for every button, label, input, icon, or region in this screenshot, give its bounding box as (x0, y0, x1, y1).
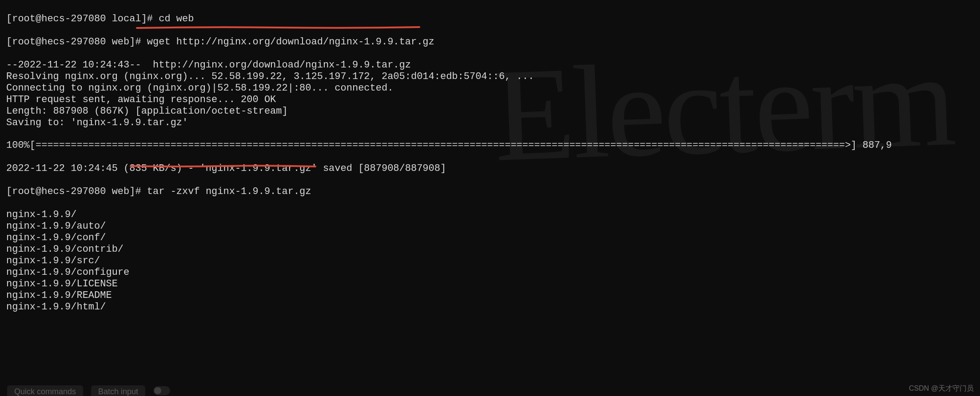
shell-command-cd: cd web (159, 13, 194, 24)
tar-output-line: nginx-1.9.9/html/ (6, 301, 106, 313)
wget-output-line: Saving to: 'nginx-1.9.9.tar.gz' (6, 117, 188, 128)
shell-prompt: [root@hecs-297080 web]# (6, 186, 147, 197)
toggle-switch[interactable] (153, 386, 170, 395)
tar-output-line: nginx-1.9.9/src/ (6, 255, 100, 266)
wget-done-line: 2022-11-22 10:24:45 (835 KB/s) - 'nginx-… (6, 163, 446, 174)
tar-output-line: nginx-1.9.9/LICENSE (6, 278, 118, 289)
wget-output-line: Connecting to nginx.org (nginx.org)|52.5… (6, 83, 393, 94)
bottom-toolbar: Quick commands Batch input (0, 380, 980, 396)
shell-prompt: [root@hecs-297080 local]# (6, 13, 159, 24)
wget-output-line: --2022-11-22 10:24:43-- http://nginx.org… (6, 59, 411, 71)
wget-output-line: Resolving nginx.org (nginx.org)... 52.58… (6, 71, 534, 82)
tar-output-line: nginx-1.9.9/README (6, 290, 112, 301)
wget-progress-bar: 100%[===================================… (6, 140, 892, 151)
tar-output-line: nginx-1.9.9/ (6, 209, 76, 220)
tar-output-line: nginx-1.9.9/conf/ (6, 232, 106, 243)
wget-output-line: HTTP request sent, awaiting response... … (6, 94, 276, 105)
quick-commands-button[interactable]: Quick commands (7, 385, 83, 396)
shell-prompt: [root@hecs-297080 web]# (6, 36, 147, 48)
tar-output-line: nginx-1.9.9/auto/ (6, 221, 106, 232)
tar-output-line: nginx-1.9.9/configure (6, 267, 129, 278)
blank-line (6, 151, 12, 162)
shell-command-tar: tar -zxvf nginx-1.9.9.tar.gz (147, 186, 311, 197)
blank-line (6, 128, 12, 139)
shell-command-wget: wget http://nginx.org/download/nginx-1.9… (147, 36, 434, 48)
attribution-text: CSDN @天才守门员 (909, 384, 974, 393)
batch-input-button[interactable]: Batch input (91, 385, 145, 396)
batch-input-label: Batch input (98, 387, 138, 396)
quick-commands-label: Quick commands (14, 387, 76, 396)
blank-line (6, 174, 12, 186)
tar-output-line: nginx-1.9.9/contrib/ (6, 244, 123, 255)
terminal-output[interactable]: [root@hecs-297080 local]# cd web [root@h… (0, 0, 980, 313)
wget-output-line: Length: 887908 (867K) [application/octet… (6, 106, 288, 117)
